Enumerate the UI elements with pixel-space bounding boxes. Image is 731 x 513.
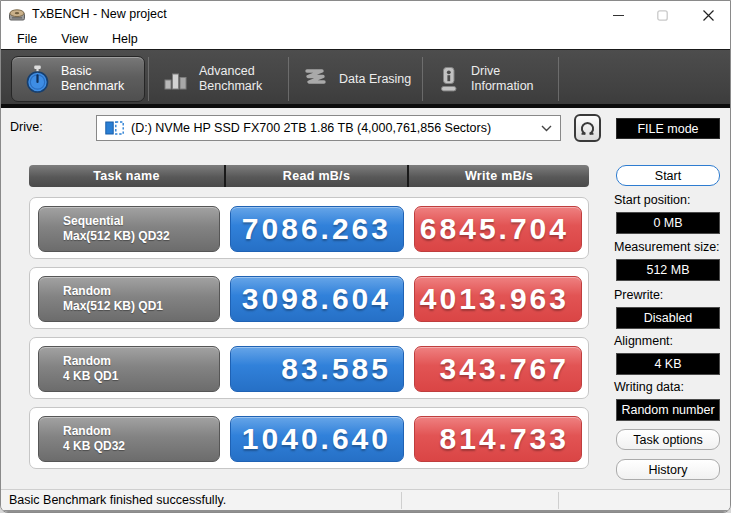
status-separator [401,492,402,509]
minimize-icon [613,10,624,21]
write-result: 4013.963 [414,276,582,322]
title-bar: TxBENCH - New project [1,1,730,29]
tab-data-erasing[interactable]: Data Erasing [291,56,419,102]
app-disk-icon [9,7,26,23]
writing-data-label: Writing data: [614,380,684,394]
status-message: Basic Benchmark finished successfully. [9,493,226,507]
header-read: Read mB/s [224,165,407,187]
write-result: 6845.704 [414,206,582,252]
task-options-button[interactable]: Task options [616,429,720,450]
maximize-button[interactable] [643,1,681,29]
tab-label: AdvancedBenchmark [199,64,262,94]
status-bar: Basic Benchmark finished successfully. [1,489,730,510]
drive-select[interactable]: (D:) NVMe HP SSD FX700 2TB 1.86 TB (4,00… [96,115,561,141]
table-row: Random 4 KB QD1 83.585 343.767 [29,337,589,399]
file-mode-button[interactable]: FILE mode [616,118,720,139]
table-row: Sequential Max(512 KB) QD32 7086.263 684… [29,197,589,259]
tab-separator [148,57,149,101]
chevron-down-icon [541,125,552,132]
menu-bar: File View Help [1,29,730,49]
tab-bar: BasicBenchmark AdvancedBenchmark [1,49,730,108]
benchmark-table-header: Task name Read mB/s Write mB/s [29,165,589,187]
bar-chart-icon [163,66,189,92]
read-result: 1040.640 [230,416,404,462]
close-icon [703,10,714,21]
alignment-label: Alignment: [614,334,673,348]
writing-data-field[interactable]: Random number [616,399,720,421]
window-title: TxBENCH - New project [32,7,167,21]
maximize-icon [657,10,668,21]
measurement-size-label: Measurement size: [614,240,720,254]
write-result: 814.733 [414,416,582,462]
tab-separator [288,57,289,101]
drive-info-icon [437,66,461,93]
table-row: Random Max(512 KB) QD1 3098.604 4013.963 [29,267,589,329]
tab-label: Data Erasing [339,72,411,87]
stopwatch-icon [24,65,51,94]
refresh-icon [579,120,596,137]
tab-drive-information[interactable]: DriveInformation [425,56,555,102]
tab-label: BasicBenchmark [61,64,124,94]
refresh-drive-button[interactable] [574,114,601,142]
prewrite-label: Prewrite: [614,288,663,302]
task-button-random-qd1[interactable]: Random Max(512 KB) QD1 [38,276,220,322]
eraser-squiggle-icon [303,67,329,91]
header-task-name: Task name [29,169,224,183]
menu-file[interactable]: File [9,30,45,48]
drive-selected-value: (D:) NVMe HP SSD FX700 2TB 1.86 TB (4,00… [131,121,491,135]
task-button-random-4kb-qd1[interactable]: Random 4 KB QD1 [38,346,220,392]
task-button-sequential-qd32[interactable]: Sequential Max(512 KB) QD32 [38,206,220,252]
txbench-window: TxBENCH - New project File View Help [0,0,731,513]
history-button[interactable]: History [616,459,720,480]
tab-separator [422,57,423,101]
start-button[interactable]: Start [616,165,720,186]
read-result: 3098.604 [230,276,404,322]
menu-help[interactable]: Help [104,30,146,48]
drive-label: Drive: [10,120,43,134]
measurement-size-field[interactable]: 512 MB [616,259,720,281]
alignment-field[interactable]: 4 KB [616,353,720,375]
read-result: 83.585 [230,346,404,392]
table-row: Random 4 KB QD32 1040.640 814.733 [29,407,589,469]
menu-view[interactable]: View [53,30,96,48]
task-button-random-4kb-qd32[interactable]: Random 4 KB QD32 [38,416,220,462]
tab-label: DriveInformation [471,64,534,94]
read-result: 7086.263 [230,206,404,252]
tab-basic-benchmark[interactable]: BasicBenchmark [11,56,145,102]
write-result: 343.767 [414,346,582,392]
tab-separator [558,57,559,101]
drive-partition-icon [105,120,124,136]
minimize-button[interactable] [599,1,637,29]
start-position-field[interactable]: 0 MB [616,212,720,234]
status-separator [558,492,559,509]
prewrite-field[interactable]: Disabled [616,307,720,329]
tab-advanced-benchmark[interactable]: AdvancedBenchmark [151,56,285,102]
start-position-label: Start position: [614,193,690,207]
header-write: Write mB/s [407,165,589,187]
close-button[interactable] [689,1,727,29]
